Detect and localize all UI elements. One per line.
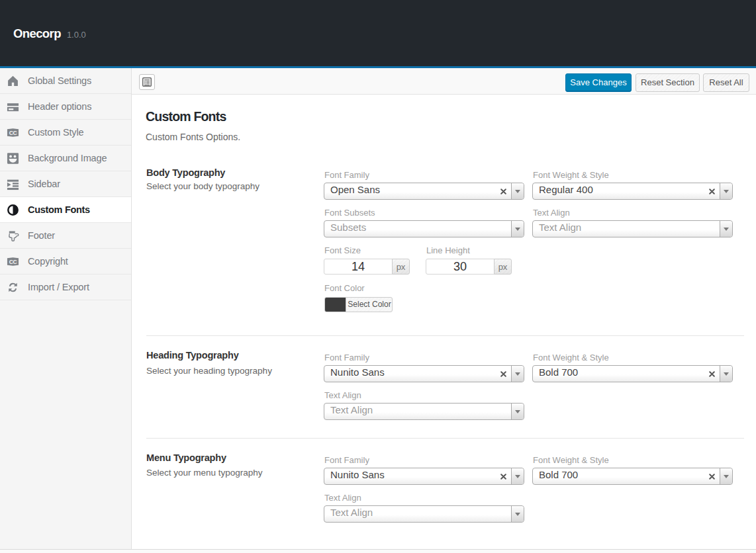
svg-text:CC: CC	[9, 259, 17, 265]
svg-text:CC: CC	[9, 130, 17, 136]
